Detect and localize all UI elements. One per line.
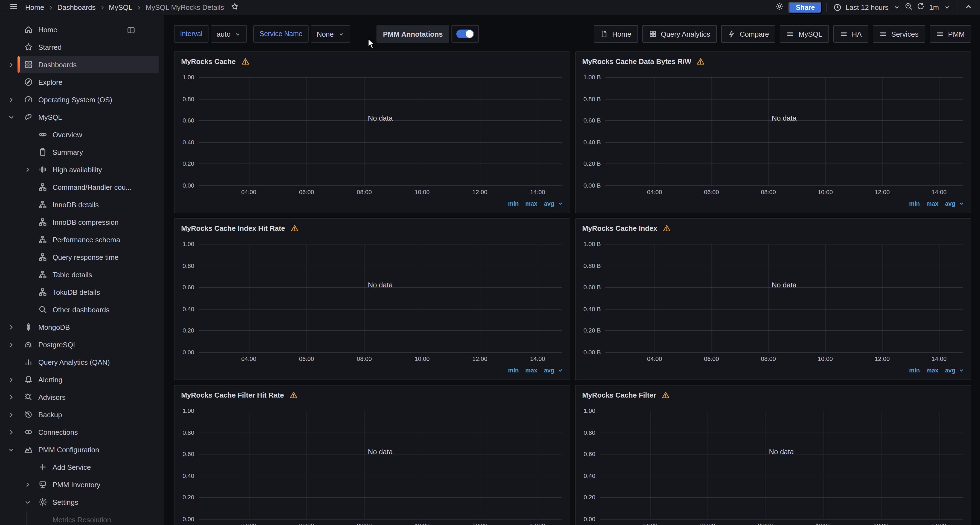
warning-icon[interactable] [241,57,249,65]
sidebar-item-settings[interactable]: Settings [0,493,164,511]
share-button[interactable]: Share [789,2,822,13]
legend-calc-max[interactable]: max [525,200,537,207]
sidebar-item-operating-system-os[interactable]: Operating System (OS) [0,91,164,108]
sidebar-item-other-dashboards[interactable]: Other dashboards [0,301,164,318]
link-button-ha[interactable]: HA [833,25,868,43]
plot-area[interactable]: No data [199,244,562,352]
menu-toggle-button[interactable] [8,2,20,13]
legend-calc-min[interactable]: min [909,367,920,374]
sidebar-item-advisors[interactable]: Advisors [0,388,164,406]
panel-title[interactable]: MyRocks Cache Index [582,224,657,232]
plot-area[interactable]: No data [605,244,963,352]
sidebar-item-backup[interactable]: Backup [0,406,164,423]
sidebar-item-mysql[interactable]: MySQL [0,108,164,126]
zoom-out-time-button[interactable] [903,2,915,13]
warning-icon[interactable] [662,391,670,399]
sidebar-item-innodb-details[interactable]: InnoDB details [0,196,164,213]
legend-calc-max[interactable]: max [525,367,537,374]
sidebar-item-performance-schema[interactable]: Performance schema [0,231,164,248]
legend-calc-avg[interactable]: avg [945,367,955,374]
refresh-button[interactable] [915,2,927,13]
sidebar-item-high-availability[interactable]: High availability [0,161,164,178]
legend-calc-avg[interactable]: avg [544,367,554,374]
dashboard-settings-button[interactable] [773,2,786,13]
sidebar-item-alerting[interactable]: Alerting [0,371,164,388]
chevron-right-icon[interactable] [6,375,15,384]
panel-title[interactable]: MyRocks Cache Filter Hit Rate [181,391,284,399]
time-range-chevron[interactable] [891,2,903,13]
sidebar-item-dashboards[interactable]: Dashboards [0,56,164,73]
panel-title[interactable]: MyRocks Cache [181,57,235,65]
link-button-query-analytics[interactable]: Query Analytics [642,25,717,43]
legend-chevron-down-icon[interactable] [558,201,563,206]
sidebar-item-explore[interactable]: Explore [0,73,164,91]
chevron-down-icon[interactable] [6,445,15,454]
sidebar-item-overview[interactable]: Overview [0,126,164,143]
chevron-right-icon[interactable] [6,428,15,436]
legend-chevron-down-icon[interactable] [959,368,964,373]
dock-menu-button[interactable] [125,25,137,37]
plot-area[interactable]: No data [605,77,963,186]
sidebar-item-metrics-resolution[interactable]: Metrics Resolution [0,511,164,525]
sidebar-item-postgresql[interactable]: PostgreSQL [0,336,164,353]
sidebar-item-add-service[interactable]: Add Service [0,458,164,476]
chevron-right-icon[interactable] [23,165,32,174]
chevron-right-icon[interactable] [6,95,15,104]
warning-icon[interactable] [697,57,705,65]
legend-calc-max[interactable]: max [926,200,939,207]
sidebar-item-summary[interactable]: Summary [0,143,164,161]
plot-area[interactable]: No data [199,77,562,186]
chevron-right-icon[interactable] [23,480,32,489]
chevron-down-icon[interactable] [6,113,15,121]
plot-area[interactable]: No data [199,411,562,519]
panel-title[interactable]: MyRocks Cache Data Bytes R/W [582,57,691,65]
refresh-interval-chevron[interactable] [941,2,953,13]
link-button-mysql[interactable]: MySQL [780,25,829,43]
chevron-right-icon[interactable] [6,393,15,401]
sidebar-item-tokudb-details[interactable]: TokuDB details [0,283,164,301]
refresh-interval-picker[interactable]: 1m [929,3,939,11]
legend-chevron-down-icon[interactable] [959,201,964,206]
breadcrumb-item[interactable]: Dashboards [57,3,95,11]
time-range-picker[interactable]: Last 12 hours [845,3,889,11]
warning-icon[interactable] [663,224,671,232]
interval-select[interactable]: auto [211,25,247,43]
sidebar-item-mongodb[interactable]: MongoDB [0,318,164,336]
legend-calc-max[interactable]: max [926,367,939,374]
sidebar-item-query-response-time[interactable]: Query response time [0,248,164,266]
sidebar-item-query-analytics-qan[interactable]: Query Analytics (QAN) [0,353,164,371]
sidebar-item-table-details[interactable]: Table details [0,266,164,283]
breadcrumb-item[interactable]: Home [25,3,44,11]
legend-calc-min[interactable]: min [508,367,519,374]
chevron-right-icon[interactable] [6,340,15,349]
favorite-star-button[interactable] [229,2,241,13]
warning-icon[interactable] [291,224,299,232]
collapse-controls-button[interactable] [963,2,975,13]
legend-chevron-down-icon[interactable] [558,368,563,373]
chevron-right-icon[interactable] [6,60,15,69]
sidebar-item-home[interactable]: Home [0,21,164,38]
sidebar-item-pmm-configuration[interactable]: PMM Configuration [0,441,164,458]
link-button-services[interactable]: Services [873,25,925,43]
pmm-annotations-toggle[interactable] [452,25,479,43]
sidebar-item-connections[interactable]: Connections [0,423,164,441]
legend-calc-min[interactable]: min [909,200,920,207]
link-button-compare[interactable]: Compare [721,25,776,43]
sidebar-item-pmm-inventory[interactable]: PMM Inventory [0,476,164,493]
sidebar-item-innodb-compression[interactable]: InnoDB compression [0,213,164,231]
warning-icon[interactable] [290,391,298,399]
panel-title[interactable]: MyRocks Cache Index Hit Rate [181,224,285,232]
panel-title[interactable]: MyRocks Cache Filter [582,391,656,399]
service-name-select[interactable]: None [311,25,350,43]
sidebar-item-starred[interactable]: Starred [0,38,164,56]
legend-calc-avg[interactable]: avg [945,200,955,207]
link-button-home[interactable]: Home [594,25,638,43]
legend-calc-min[interactable]: min [508,200,519,207]
plot-area[interactable]: No data [600,411,963,519]
legend-calc-avg[interactable]: avg [544,200,554,207]
chevron-right-icon[interactable] [6,323,15,331]
chevron-right-icon[interactable] [6,410,15,419]
sidebar-item-command-handler-cou[interactable]: Command/Handler cou... [0,178,164,196]
breadcrumb-item[interactable]: MySQL [109,3,133,11]
chevron-down-icon[interactable] [23,498,32,506]
